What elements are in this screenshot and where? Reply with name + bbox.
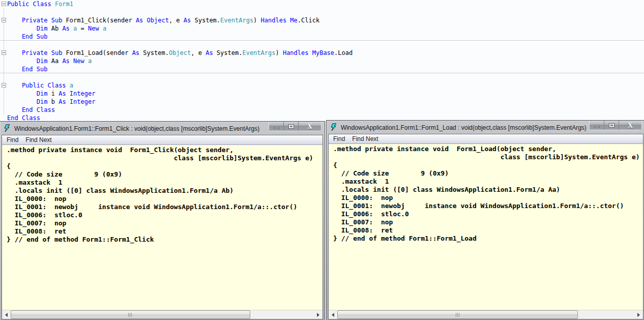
- scrollbar-track[interactable]: [11, 310, 314, 319]
- scrollbar-thumb[interactable]: [11, 310, 250, 319]
- code-line-text: Private Sub Form1_Load(sender As System.…: [7, 49, 353, 57]
- titlebar[interactable]: WindowsApplication1.Form1::Form1_Load : …: [328, 121, 643, 134]
- menu-find-next[interactable]: Find Next: [348, 134, 382, 143]
- scrollbar-grip-icon: [456, 313, 460, 317]
- code-line: Dim b As Integer: [0, 98, 644, 106]
- close-button[interactable]: X: [619, 121, 641, 130]
- code-line-text: Public Class a: [7, 81, 73, 90]
- code-line-text: End Sub: [7, 65, 47, 73]
- code-lines: Public Class Form1 Private Sub Form1_Cli…: [0, 0, 644, 121]
- close-button[interactable]: X: [299, 122, 321, 131]
- scroll-right-arrow[interactable]: [634, 310, 643, 319]
- close-icon: X: [307, 122, 312, 131]
- close-icon: X: [628, 121, 633, 130]
- fold-collapse-toggle[interactable]: [2, 50, 6, 55]
- ildasm-lightning-bolt-icon: [4, 124, 12, 132]
- screen: Public Class Form1 Private Sub Form1_Cli…: [0, 0, 644, 320]
- fold-collapse-toggle[interactable]: [2, 83, 6, 88]
- maximize-button[interactable]: [604, 121, 619, 130]
- il-code-text: .method private instance void Form1_Load…: [329, 144, 643, 243]
- horizontal-scrollbar: [2, 310, 323, 319]
- code-line-text: End Class: [7, 106, 55, 114]
- scroll-left-arrow[interactable]: [2, 310, 11, 319]
- scroll-left-arrow[interactable]: [329, 310, 337, 319]
- menu-find[interactable]: Find: [2, 135, 22, 144]
- il-disassembly-view: .method private instance void Form1_Clic…: [2, 145, 323, 310]
- code-line: [0, 8, 644, 16]
- code-line: Private Sub Form1_Click(sender As Object…: [0, 16, 644, 24]
- fold-collapse-toggle[interactable]: [2, 2, 6, 6]
- code-line-text: End Sub: [7, 33, 47, 41]
- code-line-text: Dim Aa As New a: [7, 57, 92, 65]
- code-line: Dim i As Integer: [0, 90, 644, 98]
- window-client: Find Find Next .method private instance …: [328, 134, 643, 319]
- code-line-text: Dim b As Integer: [7, 98, 95, 106]
- code-line: End Class: [0, 106, 644, 114]
- code-line: [0, 73, 644, 81]
- minimize-icon: [274, 127, 279, 129]
- code-line: End Sub: [0, 33, 644, 41]
- code-line-text: Private Sub Form1_Click(sender As Object…: [7, 16, 319, 24]
- il-disassembly-view: .method private instance void Form1_Load…: [329, 144, 643, 310]
- code-line: Public Class a: [0, 81, 644, 90]
- ildasm-lightning-bolt-icon: [330, 123, 338, 131]
- horizontal-scrollbar: [329, 310, 643, 319]
- window-title: WindowsApplication1.Form1::Form1_Click :…: [14, 125, 259, 132]
- vb-code-editor[interactable]: Public Class Form1 Private Sub Form1_Cli…: [0, 0, 644, 121]
- minimize-icon: [594, 126, 600, 128]
- titlebar[interactable]: WindowsApplication1.Form1::Form1_Click :…: [2, 122, 323, 135]
- menu-find[interactable]: Find: [329, 134, 348, 143]
- fold-collapse-toggle[interactable]: [2, 18, 6, 22]
- il-code-text: .method private instance void Form1_Clic…: [2, 145, 323, 244]
- menu-find-next[interactable]: Find Next: [22, 135, 55, 144]
- menubar: Find Find Next: [329, 134, 643, 144]
- code-line-text: Dim Ab As a = New a: [7, 24, 106, 33]
- scrollbar-thumb[interactable]: [337, 310, 578, 319]
- code-line-text: Dim i As Integer: [7, 90, 95, 98]
- caption-buttons: X: [589, 121, 642, 130]
- code-line: Dim Aa As New a: [0, 57, 644, 65]
- window-title: WindowsApplication1.Form1::Form1_Load : …: [341, 124, 587, 131]
- window-client: Find Find Next .method private instance …: [2, 135, 323, 319]
- scrollbar-track[interactable]: [337, 310, 634, 319]
- maximize-icon: [288, 124, 294, 129]
- code-line: Public Class Form1: [0, 0, 644, 8]
- minimize-button[interactable]: [590, 121, 604, 130]
- code-line: End Class: [0, 114, 644, 121]
- code-line-text: Public Class Form1: [7, 0, 73, 8]
- ildasm-window-form1-click: WindowsApplication1.Form1::Form1_Click :…: [0, 121, 325, 320]
- code-line-text: End Class: [7, 114, 40, 121]
- code-line: Dim Ab As a = New a: [0, 24, 644, 33]
- code-line: End Sub: [0, 65, 644, 73]
- code-line: Private Sub Form1_Load(sender As System.…: [0, 49, 644, 57]
- scrollbar-grip-icon: [128, 313, 132, 317]
- code-line: [0, 41, 644, 49]
- maximize-button[interactable]: [284, 122, 299, 131]
- menubar: Find Find Next: [2, 135, 323, 145]
- ildasm-window-form1-load: WindowsApplication1.Form1::Form1_Load : …: [326, 120, 644, 320]
- caption-buttons: X: [269, 122, 321, 131]
- minimize-button[interactable]: [269, 122, 284, 131]
- maximize-icon: [609, 123, 614, 128]
- scroll-right-arrow[interactable]: [314, 310, 323, 319]
